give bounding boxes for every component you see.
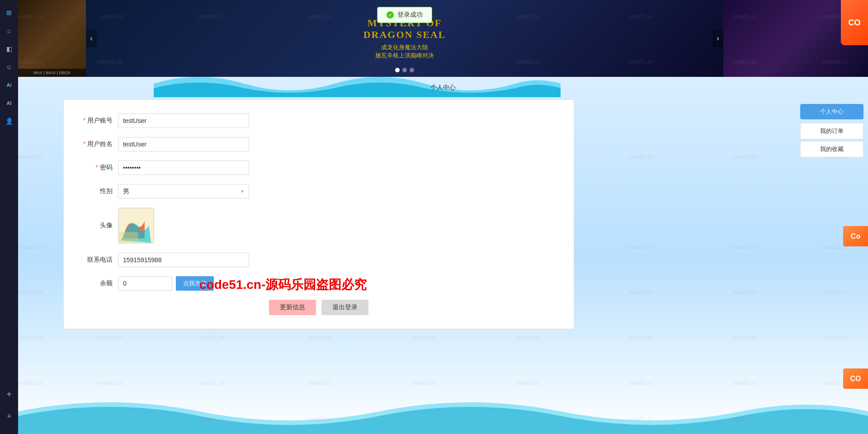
wm56: code51.cn [411,380,436,386]
avatar-preview[interactable] [118,208,154,244]
sidebar-ai2-icon[interactable]: AI [2,96,16,110]
wm57: code51.cn [515,380,540,386]
phone-input[interactable] [118,253,249,267]
nickname-row: 用户姓名 [82,137,556,151]
right-panel: 个人中心 我的订单 我的收藏 [800,104,863,159]
bottom-right-badge: CO [843,368,868,389]
slide-dot-3[interactable] [410,68,414,72]
sidebar-plus-icon[interactable]: + [2,387,16,401]
banner-left-img: MAX | IMAX | DBOX [18,0,86,77]
sidebar-menu-icon[interactable]: ≡ [2,409,16,423]
wm41: code51.cn [732,289,757,296]
top-right-badge: CO [841,0,868,45]
right-panel-orders[interactable]: 我的订单 [800,123,863,139]
slide-indicators [395,68,414,72]
wm48: code51.cn [515,335,540,341]
wm55: code51.cn [307,380,332,386]
wm50: code51.cn [732,335,757,341]
action-buttons: 更新信息 退出登录 [82,300,556,315]
personal-center-label: 个人中心 [430,84,456,92]
wm22: code51.cn [628,154,653,160]
password-row: 密码 [82,160,556,175]
banner-next-arrow[interactable]: › [712,29,723,47]
wave-top [154,70,561,97]
sidebar-person-icon[interactable]: 👤 [2,114,16,128]
wm49: code51.cn [628,335,653,341]
sidebar-home-icon[interactable]: ⌂ [2,24,16,38]
phone-row: 联系电话 [82,253,556,267]
banner-prev-arrow[interactable]: ‹ [86,29,97,47]
nickname-input[interactable] [118,137,249,151]
wm51: code51.cn [823,335,848,341]
balance-input[interactable] [118,276,172,291]
avatar-area [118,208,154,244]
balance-area: 点我充值 [118,276,214,291]
avatar-label: 头像 [82,222,118,230]
wm52: code51.cn [18,380,43,386]
success-notification: ✓ 登录成功 [377,7,432,23]
sidebar: ⊞ ⌂ ◧ ☺ Ai AI 👤 + ≡ [0,0,18,434]
sidebar-face-icon[interactable]: ☺ [2,60,16,74]
right-panel-main-btn[interactable]: 个人中心 [800,104,863,119]
username-row: 用户账号 [82,113,556,128]
wm16: code51.cn [18,154,43,160]
dragon-text-line1: 成龙化身魔法大陆 [363,43,446,52]
mid-right-badge: Co [843,226,868,246]
dragon-text-line2: 施瓦辛格上演巅峰对决 [363,52,446,60]
nickname-label: 用户姓名 [82,140,118,148]
wm44: code51.cn [97,335,122,341]
wm42: code51.cn [823,289,848,296]
banner-section: MAX | IMAX | DBOX MYSTERY OF DRAGON SEAL… [18,0,868,77]
balance-label: 余额 [82,279,118,288]
banner-center: MYSTERY OF DRAGON SEAL 成龙化身魔法大陆 施瓦辛格上演巅峰… [86,0,723,77]
gender-label: 性别 [82,187,118,195]
bottom-badge-text: CO [850,375,861,383]
wm53: code51.cn [97,380,122,386]
mid-badge-text: Co [851,232,860,241]
wm32: code51.cn [732,244,757,250]
balance-row: 余额 点我充值 [82,276,556,291]
avatar-image [119,208,153,243]
gender-row: 性别 男 女 [82,184,556,198]
right-panel-favorites[interactable]: 我的收藏 [800,141,863,157]
wm34: code51.cn [18,289,43,296]
wm46: code51.cn [307,335,332,341]
slide-dot-2[interactable] [402,68,407,72]
phone-label: 联系电话 [82,256,118,264]
wm23: code51.cn [732,154,757,160]
password-input[interactable] [118,160,249,175]
sidebar-ai1-icon[interactable]: Ai [2,78,16,92]
recharge-button[interactable]: 点我充值 [176,276,214,291]
wm59: code51.cn [732,380,757,386]
wm58: code51.cn [628,380,653,386]
bottom-wave [18,389,868,434]
sidebar-layers-icon[interactable]: ◧ [2,42,16,56]
main-area: code51.cn code51.cn code51.cn code51.cn … [18,0,868,434]
sidebar-grid-icon[interactable]: ⊞ [2,5,16,20]
avatar-row: 头像 [82,208,556,244]
wm45: code51.cn [199,335,224,341]
gender-select[interactable]: 男 女 [118,184,249,198]
logout-button[interactable]: 退出登录 [321,300,368,315]
wm25: code51.cn [18,244,43,250]
form-panel: 用户账号 用户姓名 密码 code51.cn-源码乐园盗图必究 性别 男 女 [63,99,574,329]
username-label: 用户账号 [82,117,118,125]
wm54: code51.cn [199,380,224,386]
wm31: code51.cn [628,244,653,250]
banner-left: MAX | IMAX | DBOX [18,0,86,77]
slide-dot-1[interactable] [395,68,400,72]
gender-select-wrapper: 男 女 [118,184,249,198]
top-badge-text: CO [849,18,861,28]
username-input[interactable] [118,113,249,128]
notification-text: 登录成功 [397,11,423,19]
wm47: code51.cn [411,335,436,341]
success-check-icon: ✓ [387,11,394,19]
wm40: code51.cn [628,289,653,296]
svg-rect-1 [119,232,138,243]
update-button[interactable]: 更新信息 [269,300,316,315]
password-label: 密码 [82,164,118,172]
wm43: code51.cn [18,335,43,341]
